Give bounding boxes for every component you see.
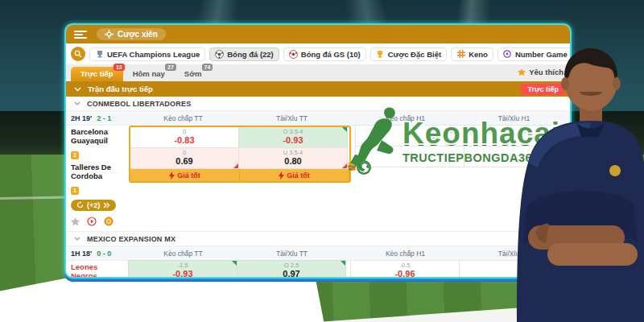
double-chevron-icon [103,202,110,208]
favorites-button[interactable]: Yêu thích [518,68,564,76]
star-icon [518,68,526,76]
football-red-icon [289,50,298,59]
match-time: 1H 18' [71,250,92,258]
away-yellow-cards-badge: 1 [71,187,79,195]
time-filter-tabs: Trực tiếp 13 Hôm nay 27 Sớm 74 Yêu thích [66,65,570,81]
tab-early[interactable]: Sớm 74 [175,67,212,81]
sport-nav: UEFA Champions League Bóng đá (22) Bóng … [66,43,570,65]
live-video-icon[interactable] [87,217,97,226]
tab-label: Bóng đá GS (10) [301,50,361,59]
home-team-name: Barcelona Guayaquil [71,128,126,146]
trophy-gold-icon [376,50,385,59]
menu-icon[interactable] [74,31,87,39]
tab-football[interactable]: Bóng đá (22) [209,47,279,61]
match-row: Leones Negros Tepatitlan FC 1 (+3) [66,261,570,279]
parlay-bet-label: Cược xiên [118,30,158,39]
column-ou-tt: Tài/Xỉu TT [237,250,346,258]
odds-cell-hdp-h1-away[interactable] [355,146,464,167]
tab-label: Number Game [515,50,568,59]
tab-today-label: Hôm nay [133,69,165,78]
odds-value: -0.96 [394,269,415,279]
best-price-button[interactable]: Giá tốt [130,169,240,181]
odds-cell-ou-h1-under[interactable] [464,146,572,167]
tab-label: Cược Đặc Biệt [388,50,441,59]
odds-value: -0.83 [174,135,194,146]
column-ou-h1: Tài/Xỉu H1 [460,250,568,258]
tab-number-game[interactable]: Number Game [497,47,572,61]
number-game-icon [503,50,512,59]
league-header[interactable]: MEXICO EXPANSION MX [66,231,570,246]
odds-cell-ou-h1-over[interactable] [459,260,568,279]
odds-cell-ou-h1-over[interactable] [464,125,572,147]
early-count-badge: 74 [202,64,213,71]
trophy-icon [95,50,104,59]
live-section-bar: Trận đấu trực tiếp Trực tiếp [66,81,570,97]
chevron-down-icon [74,237,80,241]
section-title: Trận đấu trực tiếp [88,85,153,93]
more-markets-button[interactable]: (+2) [71,200,116,211]
chevron-down-icon[interactable] [74,87,81,92]
odds-cell-hdp-tt-home[interactable]: -1.5 -0.93 [128,260,237,279]
column-hdp-tt: Kèo chấp TT [129,114,237,122]
column-hdp-tt: Kèo chấp TT [129,250,237,258]
column-hdp-h1: Kèo chấp H1 [351,250,460,258]
search-icon [74,50,82,58]
match-score: 0 - 0 [97,250,111,258]
best-price-label: Giá tốt [287,171,310,180]
best-price-label: Giá tốt [177,171,200,180]
tab-today[interactable]: Hôm nay 27 [123,67,175,81]
betting-panel: Cược xiên UEFA Champions League Bóng đá … [64,23,572,279]
home-team-name: Leones Negros [71,263,126,279]
keno-grid-icon [456,50,465,59]
coin-icon[interactable] [104,217,114,226]
match-time: 2H 19' [71,114,92,122]
odds-cell-hdp-tt-away[interactable]: 0 0.69 [130,147,239,169]
favorites-label: Yêu thích [529,68,564,76]
favorite-star-icon[interactable] [71,217,80,226]
column-ou-tt: Tài/Xỉu TT [237,114,346,122]
odds-cell-hdp-h1-home[interactable]: -0.5 -0.96 [350,260,460,279]
tab-live[interactable]: Trực tiếp 13 [71,67,123,81]
match-score: 2 - 1 [97,114,111,122]
home-yellow-cards-badge: 2 [71,151,79,159]
football-icon [215,50,224,59]
more-markets-label: (+2) [87,201,100,209]
lightning-icon [169,171,175,180]
gear-icon [105,30,114,39]
search-button[interactable] [71,47,85,61]
odds-cell-hdp-tt-home[interactable]: 0 -0.83 [130,126,239,148]
chevron-down-icon [74,101,80,105]
odds-cell-ou-tt-under[interactable]: U 3.5-4 0.80 [238,147,348,169]
odds-up-indicator [342,127,347,132]
odds-value: 0.69 [175,156,192,167]
odds-cell-hdp-h1-home[interactable] [355,125,464,147]
tab-label: Keno [469,50,488,59]
league-name: CONMEBOL LIBERTADORES [87,100,191,108]
live-stream-button[interactable]: Trực tiếp [521,84,565,95]
tab-football-gs[interactable]: Bóng đá GS (10) [283,47,366,61]
tab-label: UEFA Champions League [107,50,200,59]
tab-label: Bóng đá (22) [227,50,274,59]
match-header-row: 2H 19' 2 - 1 Kèo chấp TT Tài/Xỉu TT Kèo … [66,111,570,126]
tab-uefa-champions-league[interactable]: UEFA Champions League [89,47,205,61]
odds-down-indicator [342,163,347,168]
odds-value: -0.93 [283,135,303,146]
tab-early-label: Sớm [184,69,202,78]
best-price-box: 0 -0.83 0 0.69 O 3.5-4 -0. [129,126,351,183]
league-header[interactable]: CONMEBOL LIBERTADORES [66,97,570,111]
tab-special-bets[interactable]: Cược Đặc Biệt [370,47,447,61]
odds-cell-ou-tt-over[interactable]: O 2.5 0.97 [237,260,346,279]
best-price-button[interactable]: Giá tốt [240,169,349,181]
away-team-name: Talleres De Cordoba [71,163,126,181]
odds-line: 0 [183,129,186,135]
best-price-row: Giá tốt Giá tốt [130,169,349,181]
lightning-icon [279,171,284,180]
odds-line: O 3.5-4 [283,129,303,135]
match-header-row: 1H 18' 0 - 0 Kèo chấp TT Tài/Xỉu TT Kèo … [66,246,570,261]
odds-cell-ou-tt-over[interactable]: O 3.5-4 -0.93 [238,126,348,148]
tab-keno[interactable]: Keno [451,47,493,61]
odds-line: -0.5 [400,262,411,269]
top-bar: Cược xiên [66,25,570,43]
parlay-bet-button[interactable]: Cược xiên [97,28,166,40]
odds-value: 0.97 [283,269,299,279]
